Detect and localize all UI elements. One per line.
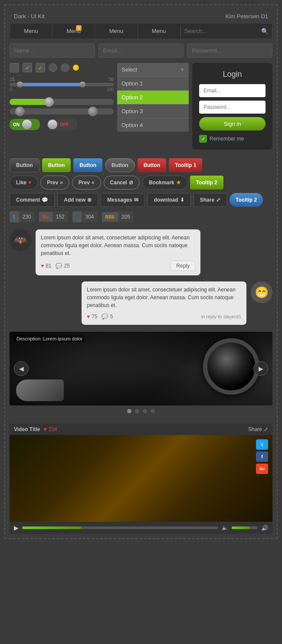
share-button[interactable]: Share ⤢ (193, 193, 227, 207)
radio-btn-2[interactable] (61, 63, 69, 72)
twitter-counter[interactable]: t 230 (10, 211, 35, 222)
prev-button-2[interactable]: Prev « (72, 176, 101, 190)
slider-track-1[interactable] (10, 83, 114, 86)
remember-checkbox[interactable]: ✓ (199, 135, 207, 143)
sign-in-button[interactable]: Sign in (199, 117, 266, 131)
tooltip-button-2[interactable]: Tooltip 2 (190, 176, 223, 190)
radio-btn-1[interactable] (49, 63, 57, 72)
password-input[interactable] (187, 43, 272, 58)
dropdown-option-1[interactable]: Option 1 (117, 76, 189, 90)
toggles-row: ON OFF (10, 119, 114, 130)
toggle-on[interactable]: ON (10, 119, 40, 130)
kit-title: Dark - UI Kit (14, 13, 45, 20)
bubble-right-heart-icon: ♥ (87, 313, 90, 320)
slider-knob-green[interactable] (44, 97, 54, 107)
bookmark-button[interactable]: Bookmark ★ (142, 176, 187, 190)
messages-button[interactable]: Messages ✉ (101, 193, 144, 207)
video-share-label: Share (248, 426, 262, 432)
play-button[interactable]: ▶ (14, 524, 19, 531)
video-stumble-btn[interactable]: Su (256, 464, 268, 474)
slider-green[interactable] (10, 99, 114, 105)
search-input[interactable] (184, 28, 261, 34)
slider-thumb-right[interactable] (79, 82, 85, 88)
carousel-prev-button[interactable]: ◀ (14, 361, 29, 376)
bubble-likes-count: 81 (46, 262, 51, 270)
plus-icon: ⊕ (87, 197, 92, 203)
batman-icon: 🦇 (13, 234, 27, 247)
bubble-right-likes-count: 75 (92, 313, 97, 320)
carousel-dot-4[interactable] (151, 409, 155, 413)
download-label: download (154, 197, 178, 203)
tooltip-button-1[interactable]: Tooltip 1 (169, 158, 202, 172)
button-gray[interactable]: Button (105, 158, 135, 172)
nav-item-2[interactable]: Menu 5 (52, 23, 95, 39)
login-email[interactable] (199, 84, 266, 97)
nav-search[interactable]: 🔍 (180, 26, 272, 36)
toggle-knob-on (22, 120, 32, 129)
slider-thumb-left[interactable] (17, 82, 23, 88)
login-password[interactable] (199, 101, 266, 114)
dropdown-area: Select ▼ Option 1 Option 2 Option 3 Opti… (117, 63, 189, 150)
slider-knob-left[interactable] (15, 107, 25, 116)
carousel-dot-2[interactable] (135, 409, 139, 413)
button-dark[interactable]: Button (10, 158, 39, 172)
toggle-knob-off (48, 120, 57, 129)
rss-counter[interactable]: RSS 205 (102, 211, 134, 222)
video-twitter-btn[interactable]: t (256, 439, 268, 450)
tooltip-button-3[interactable]: Tooltip 2 (230, 193, 263, 207)
dropdown-panel: Select ▼ Option 1 Option 2 Option 3 Opti… (117, 63, 189, 132)
dropdown-select[interactable]: Select ▼ (117, 63, 189, 76)
reply-button[interactable]: Reply (171, 261, 195, 271)
remember-row: ✓ Remember me (199, 135, 266, 143)
checkbox-green[interactable]: ✓ (36, 63, 45, 72)
stumble-counter[interactable]: Su 152 (39, 211, 68, 222)
volume-bar[interactable] (232, 526, 258, 529)
yellow-dot (73, 65, 79, 71)
email-input[interactable] (98, 43, 184, 58)
video-facebook-btn[interactable]: f (256, 451, 268, 462)
video-share[interactable]: Share ⤢ (248, 426, 268, 432)
video-header: Video Title ♥ 234 Share ⤢ (10, 424, 272, 435)
button-blue[interactable]: Button (73, 158, 102, 172)
like-label: Like (16, 180, 26, 186)
add-new-button[interactable]: Add new ⊕ (57, 193, 98, 207)
author-title: Kim Petersen D1 (226, 13, 268, 20)
comment-button[interactable]: Comment 💬 (10, 193, 55, 207)
slider-knob-right[interactable] (88, 107, 98, 116)
nav-item-4[interactable]: Menu (138, 23, 180, 39)
slider-dark[interactable] (10, 108, 114, 114)
prev-button-1[interactable]: Prev » (40, 176, 69, 190)
carousel-dot-1[interactable] (127, 409, 131, 413)
bubble-right-comments[interactable]: 💬 5 (102, 313, 113, 320)
video-share-icon: ⤢ (264, 426, 268, 432)
dropdown-option-3[interactable]: Option 3 (117, 104, 189, 118)
bubble-comment-icon: 💬 (56, 262, 62, 270)
dropdown-option-4[interactable]: Option 4 (117, 118, 189, 132)
checkbox-empty[interactable] (10, 63, 19, 72)
name-input[interactable] (10, 43, 95, 58)
nav-badge: 5 (76, 25, 82, 31)
bubble-right-likes[interactable]: ♥ 75 (87, 313, 97, 320)
dropdown-option-2[interactable]: Option 2 (117, 90, 189, 104)
button-green[interactable]: Button (42, 158, 71, 172)
nav-item-3[interactable]: Menu (95, 23, 138, 39)
prev-label-2: Prev (79, 180, 90, 186)
progress-bar[interactable] (22, 526, 218, 529)
toggle-off[interactable]: OFF (47, 119, 77, 130)
facebook-counter[interactable]: f 304 (72, 211, 98, 222)
stumble-count: 152 (52, 212, 68, 222)
cancel-button[interactable]: Cancel ⊘ (104, 176, 140, 190)
twitter-icon-box: t (10, 211, 19, 222)
bubble-comments[interactable]: 💬 25 (56, 262, 69, 270)
button-red[interactable]: Button (138, 158, 167, 172)
nav-item-1[interactable]: Menu (10, 23, 52, 39)
download-button[interactable]: download ⬇ (148, 193, 191, 207)
btn-row-3: Comment 💬 Add new ⊕ Messages ✉ download … (10, 193, 272, 207)
like-button[interactable]: Like ♥ (10, 176, 38, 190)
checkbox-checked[interactable]: ✓ (23, 63, 32, 72)
cancel-label: Cancel (110, 180, 127, 186)
carousel-dot-3[interactable] (143, 409, 147, 413)
cancel-icon: ⊘ (129, 180, 133, 186)
carousel-next-button[interactable]: ▶ (253, 361, 268, 376)
bubble-likes[interactable]: ♥ 81 (41, 262, 51, 270)
